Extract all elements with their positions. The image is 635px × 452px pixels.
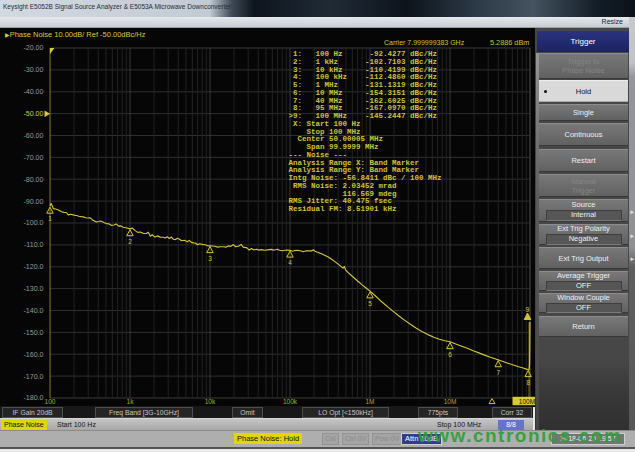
svg-text:1k: 1k	[127, 398, 135, 405]
svg-text:100M: 100M	[519, 398, 535, 405]
svg-text:7: 7	[496, 369, 500, 376]
svg-text:2: 2	[128, 238, 132, 245]
svg-text:-140.0: -140.0	[23, 307, 43, 315]
svg-text:-30.00: -30.00	[23, 66, 43, 74]
svg-text:Carrier 7.999999383 GHz: Carrier 7.999999383 GHz	[384, 39, 465, 46]
svg-text:-170.0: -170.0	[23, 373, 43, 381]
svg-text:-100.0: -100.0	[23, 219, 43, 227]
svg-text:>9: 100 MHz -145.2447 dBc: >9: 100 MHz -145.2447 dBc/Hz	[284, 112, 437, 120]
svg-text:-130.0: -130.0	[23, 285, 43, 293]
svg-text:10M: 10M	[444, 398, 457, 405]
svg-text:5.2886 dBm: 5.2886 dBm	[490, 38, 529, 47]
svg-text:-90.00: -90.00	[23, 198, 43, 206]
svg-text:-120.0: -120.0	[23, 263, 43, 271]
svg-text:Intg Noise: -56.8411 dBc / 100: Intg Noise: -56.8411 dBc / 100 MHz	[284, 174, 442, 182]
svg-text:4: 100 kHz -112.4860 dBc/: 4: 100 kHz -112.4860 dBc/Hz	[284, 73, 437, 81]
svg-text:-20.00: -20.00	[23, 44, 43, 52]
svg-text:5: 5	[368, 300, 372, 307]
svg-text:6: 6	[448, 351, 452, 358]
svg-text:100: 100	[45, 398, 56, 405]
svg-text:Residual FM: 8.51901 kHz: Residual FM: 8.51901 kHz	[284, 205, 397, 213]
svg-text:3: 3	[208, 255, 212, 262]
svg-text:-50.00: -50.00	[23, 110, 43, 118]
svg-text:-110.0: -110.0	[24, 241, 44, 249]
svg-text:-80.00: -80.00	[23, 176, 43, 184]
svg-text:-150.0: -150.0	[23, 329, 43, 337]
svg-text:9: 9	[526, 306, 530, 313]
svg-text:4: 4	[288, 259, 292, 266]
svg-text:1: 100 Hz -92.4277 dBc/: 1: 100 Hz -92.4277 dBc/Hz	[284, 50, 437, 58]
svg-text:-70.00: -70.00	[23, 154, 43, 162]
svg-text:100k: 100k	[283, 398, 298, 405]
svg-text:-40.00: -40.00	[23, 88, 43, 96]
svg-text:8: 8	[526, 379, 530, 386]
svg-text:Span 99.9999 MHz: Span 99.9999 MHz	[284, 143, 379, 151]
svg-text:-60.00: -60.00	[23, 132, 43, 140]
svg-text:8: 95 MHz -167.0970 dBc/: 8: 95 MHz -167.0970 dBc/Hz	[284, 104, 437, 112]
svg-text:Center 50.00005 MHz: Center 50.00005 MHz	[284, 135, 383, 143]
svg-text:1: 1	[48, 215, 52, 222]
svg-text:Analysis Range Y: Band Marker: Analysis Range Y: Band Marker	[284, 166, 419, 174]
svg-text:5: 1 MHz -131.1319 dBc/: 5: 1 MHz -131.1319 dBc/Hz	[284, 81, 437, 89]
svg-text:-160.0: -160.0	[23, 351, 43, 359]
svg-text:1M: 1M	[365, 398, 374, 405]
svg-text:10k: 10k	[205, 398, 216, 405]
svg-text:-180.0: -180.0	[23, 394, 43, 402]
svg-text:RMS Jitter: 40.475 fsec: RMS Jitter: 40.475 fsec	[284, 197, 393, 205]
